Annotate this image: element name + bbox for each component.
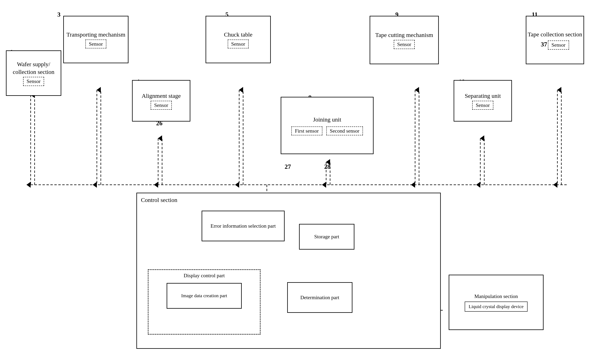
num-27: 27: [285, 163, 291, 170]
tape-cutting-sensor: Sensor: [394, 40, 415, 49]
joining-unit-box: Joining unit First sensor Second sensor: [281, 97, 374, 154]
chuck-table-box: Chuck table Sensor: [206, 16, 271, 63]
control-section-title: Control section: [137, 196, 177, 204]
chuck-table-sensor: Sensor: [228, 39, 249, 49]
tape-collection-title: Tape collection section: [527, 30, 582, 38]
tape-cutting-box: Tape cutting mechanism Sensor: [370, 16, 439, 64]
joining-first-sensor: First sensor: [291, 126, 322, 136]
manipulation-box: Manipulation section Liquid crystal disp…: [449, 275, 544, 330]
joining-second-sensor: Second sensor: [326, 126, 363, 136]
separating-unit-sensor: Sensor: [472, 101, 493, 110]
tape-collection-box: Tape collection section 37 Sensor: [526, 16, 584, 64]
display-control-box: Display control part Image data creation…: [148, 269, 260, 335]
joining-unit-title: Joining unit: [313, 116, 341, 123]
determination-box: Determination part: [287, 282, 352, 313]
image-data-box: Image data creation part: [167, 283, 242, 309]
wafer-supply-sensor: Sensor: [23, 77, 44, 86]
display-control-title: Display control part: [184, 272, 225, 279]
tape-cutting-title: Tape cutting mechanism: [375, 31, 433, 39]
alignment-title: Alignment stage: [142, 92, 181, 100]
tape-collection-sensor: Sensor: [548, 40, 569, 50]
wafer-supply-box: Wafer supply/ collection section Sensor: [6, 50, 61, 96]
alignment-sensor: Sensor: [151, 101, 172, 110]
control-section-box: Control section Error information select…: [136, 193, 441, 349]
num-3: 3: [57, 11, 60, 18]
tape-collection-sensor-num: 37: [541, 40, 547, 49]
manipulation-display: Liquid crystal display device: [465, 302, 527, 312]
separating-unit-box: Separating unit Sensor: [454, 80, 512, 122]
separating-unit-title: Separating unit: [465, 92, 501, 100]
error-info-box: Error information selection part: [201, 211, 285, 241]
diagram: 1 3 4 5 8 9 10 11 13 25 26 27 28 29 32 3…: [0, 0, 591, 364]
manipulation-title: Manipulation section: [474, 293, 518, 300]
alignment-box: Alignment stage Sensor: [132, 80, 190, 122]
transporting-title: Transporting mechanism: [66, 31, 125, 38]
num-28: 28: [324, 163, 331, 170]
transporting-sensor: Sensor: [85, 39, 107, 49]
chuck-table-title: Chuck table: [224, 31, 253, 38]
transporting-box: Transporting mechanism Sensor: [63, 16, 129, 63]
wafer-supply-title: Wafer supply/ collection section: [6, 60, 61, 76]
storage-box: Storage part: [299, 224, 354, 250]
